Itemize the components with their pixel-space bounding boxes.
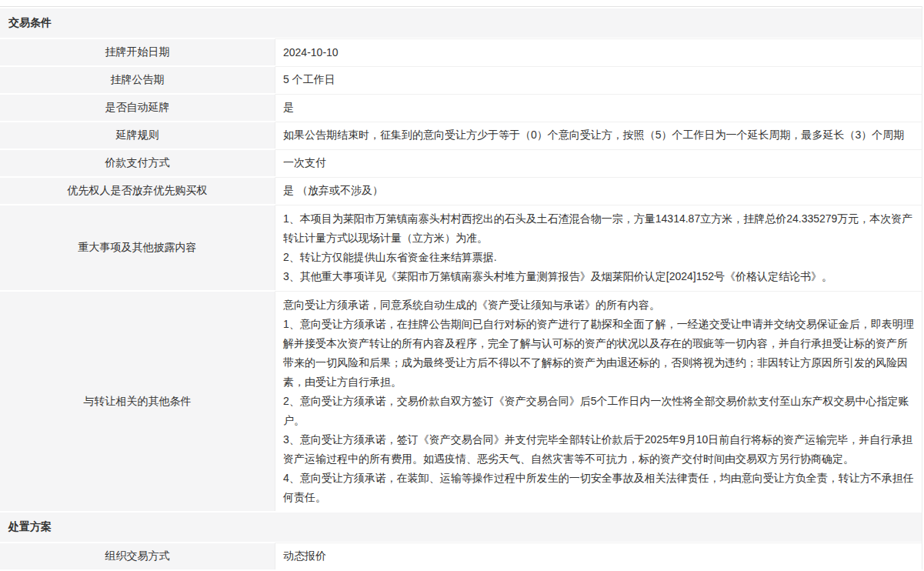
section-header-disposal-plan: 处置方案 — [0, 512, 922, 542]
field-value: 意向受让方须承诺，同意系统自动生成的《资产受让须知与承诺》的所有内容。1、意向受… — [275, 291, 922, 511]
value-paragraph: 2、意向受让方须承诺，交易价款自双方签订《资产交易合同》后5个工作日内一次性将全… — [283, 392, 914, 430]
field-label: 组织交易方式 — [0, 543, 275, 569]
field-label: 是否自动延牌 — [0, 94, 275, 121]
field-value: 5 个工作日 — [275, 66, 922, 93]
field-label: 重大事项及其他披露内容 — [0, 205, 275, 290]
row-listing-start-date: 挂牌开始日期 2024-10-10 — [0, 38, 922, 65]
row-priority-right-waiver: 优先权人是否放弃优先购买权 是 （放弃或不涉及） — [0, 177, 922, 204]
section-title: 处置方案 — [8, 520, 52, 534]
field-value: 2024-10-10 — [275, 38, 922, 65]
value-paragraph: 1、意向受让方须承诺，在挂牌公告期间已自行对标的资产进行了勘探和全面了解，一经递… — [283, 315, 914, 392]
field-label: 延牌规则 — [0, 122, 275, 149]
value-paragraph: 2、转让方仅能提供山东省资金往来结算票据. — [283, 248, 914, 267]
row-payment-method: 价款支付方式 一次支付 — [0, 149, 922, 176]
field-label: 价款支付方式 — [0, 149, 275, 176]
field-label: 优先权人是否放弃优先购买权 — [0, 177, 275, 204]
row-other-transfer-conditions: 与转让相关的其他条件 意向受让方须承诺，同意系统自动生成的《资产受让须知与承诺》… — [0, 291, 922, 511]
row-auto-extension: 是否自动延牌 是 — [0, 94, 922, 121]
field-label: 挂牌公告期 — [0, 66, 275, 93]
section-header-trading-conditions: 交易条件 — [0, 8, 922, 38]
row-trade-organization-method: 组织交易方式 动态报价 — [0, 543, 922, 569]
row-announcement-period: 挂牌公告期 5 个工作日 — [0, 66, 922, 93]
field-value: 是 （放弃或不涉及） — [275, 177, 922, 204]
field-value: 是 — [275, 94, 922, 121]
value-paragraph: 3、其他重大事项详见《莱阳市万第镇南寨头村堆方量测算报告》及烟莱阳价认定[202… — [283, 267, 914, 286]
section-title: 交易条件 — [8, 16, 52, 30]
value-paragraph: 3、意向受让方须承诺，签订《资产交易合同》并支付完毕全部转让价款后于2025年9… — [283, 430, 914, 469]
value-paragraph: 1、本项目为莱阳市万第镇南寨头村村西挖出的石头及土石渣混合物一宗，方量14314… — [283, 209, 914, 248]
value-paragraph: 4、意向受让方须承诺，在装卸、运输等操作过程中所发生的一切安全事故及相关法律责任… — [283, 469, 914, 507]
row-extension-rule: 延牌规则 如果公告期结束时，征集到的意向受让方少于等于（0）个意向受让方，按照（… — [0, 122, 922, 149]
field-label: 挂牌开始日期 — [0, 38, 275, 65]
field-value: 1、本项目为莱阳市万第镇南寨头村村西挖出的石头及土石渣混合物一宗，方量14314… — [275, 205, 922, 290]
field-value: 一次支付 — [275, 149, 922, 176]
value-paragraph: 意向受让方须承诺，同意系统自动生成的《资产受让须知与承诺》的所有内容。 — [283, 296, 914, 315]
listing-detail-table: 交易条件 挂牌开始日期 2024-10-10 挂牌公告期 5 个工作日 是否自动… — [0, 6, 922, 569]
field-value: 动态报价 — [275, 543, 922, 569]
field-label: 与转让相关的其他条件 — [0, 291, 275, 511]
row-major-disclosures: 重大事项及其他披露内容 1、本项目为莱阳市万第镇南寨头村村西挖出的石头及土石渣混… — [0, 205, 922, 290]
field-value: 如果公告期结束时，征集到的意向受让方少于等于（0）个意向受让方，按照（5）个工作… — [275, 122, 922, 149]
